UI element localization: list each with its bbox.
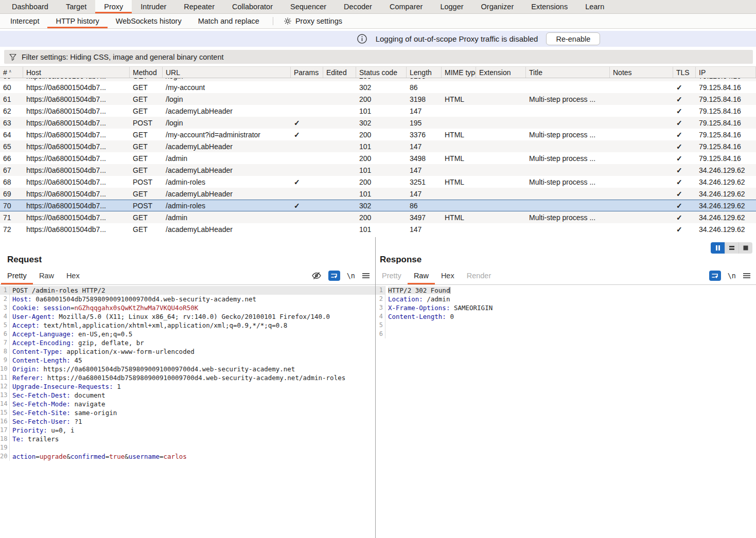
table-row[interactable]: 66https://0a68001504db7...GET/admin20034… — [0, 152, 756, 164]
line-content: Sec-Fetch-Mode: navigate — [10, 400, 106, 408]
table-row[interactable]: 71https://0a68001504db7...GET/admin20034… — [0, 211, 756, 223]
cell-notes — [610, 117, 673, 129]
menubar-tab-collaborator[interactable]: Collaborator — [223, 0, 282, 13]
menubar-tab-repeater[interactable]: Repeater — [175, 0, 223, 13]
line-number: 5 — [0, 321, 10, 330]
cell-params — [291, 223, 323, 235]
column-header-extension[interactable]: Extension — [476, 67, 526, 78]
menubar-tab-dashboard[interactable]: Dashboard — [3, 0, 57, 13]
table-row[interactable]: 61https://0a68001504db7...GET/login20031… — [0, 93, 756, 105]
request-tab-hex[interactable]: Hex — [60, 272, 86, 284]
column-header-notes[interactable]: Notes — [610, 67, 673, 78]
checkmark-icon: ✓ — [676, 142, 682, 151]
column-label: Params — [294, 68, 319, 77]
response-tab-render[interactable]: Render — [461, 272, 498, 284]
cell-method: GET — [130, 93, 163, 105]
submenu-tab-match-and-replace[interactable]: Match and replace — [190, 14, 268, 28]
table-row[interactable]: 62https://0a68001504db7...GET/academyLab… — [0, 105, 756, 117]
cell-mime — [442, 188, 476, 200]
show-newlines-icon[interactable]: \n — [728, 272, 736, 280]
response-editor-line: 6 — [376, 330, 756, 338]
column-header-params[interactable]: Params — [291, 67, 323, 78]
hide-content-eye-icon[interactable] — [311, 271, 322, 281]
line-content: Content-Length: 45 — [10, 356, 82, 365]
proxy-settings-button[interactable]: Proxy settings — [278, 14, 347, 28]
cell-ip: 34.246.129.62 — [696, 211, 756, 223]
column-header-mime[interactable]: MIME type — [442, 67, 476, 78]
column-header-tls[interactable]: TLS — [673, 67, 696, 78]
column-header-host[interactable]: Host — [23, 67, 130, 78]
menubar-tab-target[interactable]: Target — [57, 0, 95, 13]
cell-url: /admin — [163, 211, 291, 223]
word-wrap-toggle-icon[interactable] — [709, 271, 721, 281]
response-tab-raw[interactable]: Raw — [408, 272, 435, 284]
cell-url: /login — [163, 93, 291, 105]
cell-mime — [442, 105, 476, 117]
column-header-edited[interactable]: Edited — [323, 67, 356, 78]
request-panel-header: Request PrettyRawHex — [0, 237, 375, 285]
line-number: 4 — [376, 312, 385, 321]
cell-mime — [442, 81, 476, 93]
cell-url: /admin-roles — [163, 176, 291, 188]
word-wrap-toggle-icon[interactable] — [328, 271, 340, 281]
menubar-tab-intruder[interactable]: Intruder — [132, 0, 175, 13]
menubar-tab-comparer[interactable]: Comparer — [381, 0, 431, 13]
column-header-url[interactable]: URL — [163, 67, 291, 78]
cell-notes — [610, 200, 673, 211]
response-tabs: PrettyRawHexRender — [376, 272, 497, 284]
menubar-tab-logger[interactable]: Logger — [431, 0, 472, 13]
table-row[interactable]: 69https://0a68001504db7...GET/academyLab… — [0, 188, 756, 200]
column-header-title[interactable]: Title — [526, 67, 610, 78]
menubar-tab-decoder[interactable]: Decoder — [335, 0, 381, 13]
line-number: 19 — [0, 443, 10, 452]
line-number: 8 — [0, 347, 10, 356]
column-header-status[interactable]: Status code — [356, 67, 407, 78]
request-tab-pretty[interactable]: Pretty — [1, 272, 33, 284]
submenu-tab-http-history[interactable]: HTTP history — [47, 14, 107, 28]
show-newlines-icon[interactable]: \n — [347, 272, 355, 280]
table-row[interactable]: 65https://0a68001504db7...GET/academyLab… — [0, 140, 756, 152]
table-row[interactable]: 64https://0a68001504db7...GET/my-account… — [0, 129, 756, 140]
cell-edited — [323, 152, 356, 164]
cell-method: GET — [130, 211, 163, 223]
request-editor-line: 8Content-Type: application/x-www-form-ur… — [0, 347, 375, 356]
response-editor[interactable]: 1HTTP/2 302 Found2Location: /admin3X-Fra… — [376, 285, 756, 338]
line-content: POST /admin-roles HTTP/2 — [10, 286, 106, 295]
request-editor[interactable]: 1POST /admin-roles HTTP/22Host: 0a680015… — [0, 285, 375, 461]
submenu-tab-websockets-history[interactable]: WebSockets history — [108, 14, 190, 28]
table-row[interactable]: 72https://0a68001504db7...GET/academyLab… — [0, 223, 756, 235]
table-row[interactable]: 68https://0a68001504db7...POST/admin-rol… — [0, 176, 756, 188]
editor-menu-icon[interactable] — [743, 272, 751, 279]
submenu-tab-intercept[interactable]: Intercept — [2, 14, 47, 28]
filter-settings-bar[interactable]: Filter settings: Hiding CSS, image and g… — [4, 50, 753, 64]
cell-url: /academyLabHeader — [163, 140, 291, 152]
line-number: 7 — [0, 338, 10, 347]
response-tab-pretty[interactable]: Pretty — [376, 272, 408, 284]
column-header-ip[interactable]: IP — [696, 67, 756, 78]
request-editor-line: 15Sec-Fetch-Site: same-origin — [0, 408, 375, 417]
response-tab-hex[interactable]: Hex — [435, 272, 461, 284]
editor-menu-icon[interactable] — [362, 272, 370, 279]
line-number: 2 — [0, 295, 10, 303]
column-header-method[interactable]: Method — [130, 67, 163, 78]
re-enable-button[interactable]: Re-enable — [546, 32, 600, 45]
cell-status: 101 — [356, 223, 407, 235]
column-header-length[interactable]: Length — [407, 67, 442, 78]
table-row[interactable]: 70https://0a68001504db7...POST/admin-rol… — [0, 200, 756, 211]
cell-status: 101 — [356, 164, 407, 176]
table-row[interactable]: 60https://0a68001504db7...GET/my-account… — [0, 81, 756, 93]
cell-tls: ✓ — [673, 152, 696, 164]
cell-url: /my-account?id=administrator — [163, 129, 291, 140]
menubar-tab-learn[interactable]: Learn — [576, 0, 613, 13]
checkmark-icon: ✓ — [294, 178, 300, 186]
menubar-tab-extensions[interactable]: Extensions — [522, 0, 576, 13]
cell-ip: 79.125.84.16 — [696, 140, 756, 152]
menubar-tab-organizer[interactable]: Organizer — [472, 0, 523, 13]
request-tab-raw[interactable]: Raw — [33, 272, 60, 284]
checkmark-icon: ✓ — [676, 95, 682, 103]
table-row[interactable]: 67https://0a68001504db7...GET/academyLab… — [0, 164, 756, 176]
table-row[interactable]: 63https://0a68001504db7...POST/login✓302… — [0, 117, 756, 129]
menubar-tab-proxy[interactable]: Proxy — [95, 0, 132, 13]
column-header-num[interactable]: #∧ — [0, 67, 23, 78]
menubar-tab-sequencer[interactable]: Sequencer — [282, 0, 335, 13]
